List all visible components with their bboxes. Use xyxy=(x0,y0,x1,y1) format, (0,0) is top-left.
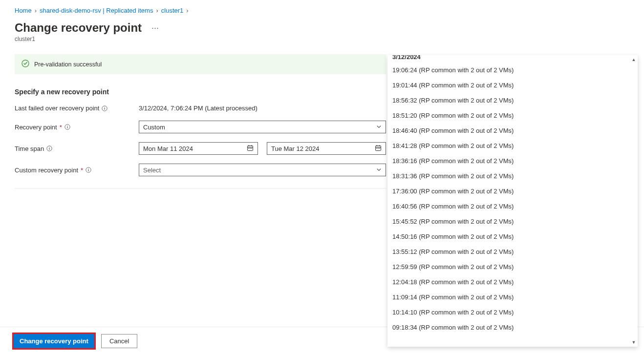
page-subtitle: cluster1 xyxy=(15,36,644,42)
recovery-point-item[interactable]: 13:55:12 (RP common with 2 out of 2 VMs) xyxy=(387,244,638,259)
breadcrumb-rsv[interactable]: shared-disk-demo-rsv | Replicated items xyxy=(40,7,153,14)
validation-banner: Pre-validation successful xyxy=(15,54,386,74)
recovery-point-item[interactable]: 11:09:14 (RP common with 2 out of 2 VMs) xyxy=(387,290,638,305)
custom-rp-dropdown[interactable]: Select xyxy=(139,164,386,176)
svg-point-8 xyxy=(49,147,50,147)
info-icon[interactable] xyxy=(46,146,52,151)
info-icon[interactable] xyxy=(86,167,91,173)
date-end-input[interactable]: Tue Mar 12 2024 xyxy=(267,142,386,155)
time-span-label: Time span xyxy=(15,145,44,152)
page-title: Change recovery point xyxy=(15,21,142,35)
date-end-value: Tue Mar 12 2024 xyxy=(271,145,320,152)
info-icon[interactable] xyxy=(102,105,107,111)
svg-point-25 xyxy=(88,168,88,169)
recovery-point-item[interactable]: 18:56:32 (RP common with 2 out of 2 VMs) xyxy=(387,93,638,108)
recovery-point-list[interactable]: 3/12/2024 19:06:24 (RP common with 2 out… xyxy=(387,55,638,347)
svg-rect-15 xyxy=(250,148,251,149)
recovery-point-item[interactable]: 16:40:56 (RP common with 2 out of 2 VMs) xyxy=(387,199,638,214)
breadcrumb-home[interactable]: Home xyxy=(15,7,32,14)
svg-rect-22 xyxy=(378,148,379,149)
recovery-point-item[interactable]: 12:04:18 (RP common with 2 out of 2 VMs) xyxy=(387,274,638,290)
svg-rect-6 xyxy=(67,126,67,128)
required-asterisk: * xyxy=(81,167,83,174)
recovery-point-label: Recovery point xyxy=(15,124,57,131)
recovery-point-item[interactable]: 19:01:44 (RP common with 2 out of 2 VMs) xyxy=(387,78,638,93)
date-start-input[interactable]: Mon Mar 11 2024 xyxy=(139,142,258,155)
svg-rect-9 xyxy=(49,148,50,150)
chevron-right-icon: › xyxy=(156,7,158,14)
last-failed-label: Last failed over recovery point xyxy=(15,104,99,112)
svg-point-5 xyxy=(67,125,67,126)
scroll-up-icon[interactable]: ▲ xyxy=(630,56,637,63)
recovery-point-item[interactable]: 18:51:20 (RP common with 2 out of 2 VMs) xyxy=(387,108,638,123)
calendar-icon xyxy=(247,145,254,153)
recovery-point-item[interactable]: 12:59:59 (RP common with 2 out of 2 VMs) xyxy=(387,259,638,274)
calendar-icon xyxy=(375,145,382,153)
required-asterisk: * xyxy=(60,124,62,131)
svg-rect-16 xyxy=(251,148,252,149)
success-icon xyxy=(21,60,29,69)
group-date-header: 3/12/2024 xyxy=(387,55,638,63)
breadcrumb-cluster[interactable]: cluster1 xyxy=(161,7,184,14)
recovery-point-item[interactable]: 18:41:28 (RP common with 2 out of 2 VMs) xyxy=(387,138,638,153)
scroll-down-icon[interactable]: ▼ xyxy=(630,339,637,346)
breadcrumb: Home › shared-disk-demo-rsv | Replicated… xyxy=(0,0,644,21)
more-actions-button[interactable]: ⋯ xyxy=(150,21,161,34)
recovery-point-item[interactable]: 09:18:34 (RP common with 2 out of 2 VMs) xyxy=(387,320,638,335)
recovery-point-item[interactable]: 18:31:36 (RP common with 2 out of 2 VMs) xyxy=(387,168,638,184)
recovery-point-item[interactable]: 14:50:16 (RP common with 2 out of 2 VMs) xyxy=(387,229,638,244)
chevron-right-icon: › xyxy=(186,7,188,14)
svg-point-2 xyxy=(105,106,105,107)
chevron-down-icon xyxy=(376,167,382,174)
change-recovery-point-button[interactable]: Change recovery point xyxy=(14,334,94,348)
chevron-down-icon xyxy=(376,124,382,131)
chevron-right-icon: › xyxy=(35,7,37,14)
banner-text: Pre-validation successful xyxy=(34,61,102,68)
recovery-point-dropdown[interactable]: Custom xyxy=(139,121,386,133)
info-icon[interactable] xyxy=(64,124,70,130)
recovery-point-item[interactable]: 18:46:40 (RP common with 2 out of 2 VMs) xyxy=(387,123,638,138)
recovery-point-item[interactable]: 17:36:00 (RP common with 2 out of 2 VMs) xyxy=(387,184,638,199)
custom-rp-placeholder: Select xyxy=(143,167,161,174)
svg-rect-26 xyxy=(88,169,89,171)
divider xyxy=(15,188,386,188)
recovery-point-item[interactable]: 10:14:10 (RP common with 2 out of 2 VMs) xyxy=(387,305,638,320)
recovery-point-list-panel: 3/12/2024 19:06:24 (RP common with 2 out… xyxy=(387,55,638,347)
page-header: Change recovery point ⋯ cluster1 xyxy=(0,21,644,45)
recovery-point-item[interactable]: 18:36:16 (RP common with 2 out of 2 VMs) xyxy=(387,153,638,168)
svg-rect-3 xyxy=(105,108,105,110)
cancel-button[interactable]: Cancel xyxy=(101,334,137,348)
last-failed-value: 3/12/2024, 7:06:24 PM (Latest processed) xyxy=(139,104,258,112)
recovery-point-value: Custom xyxy=(143,124,165,131)
svg-rect-21 xyxy=(376,148,377,149)
svg-rect-23 xyxy=(379,148,380,149)
date-start-value: Mon Mar 11 2024 xyxy=(143,145,193,152)
svg-rect-14 xyxy=(248,148,249,149)
custom-rp-label: Custom recovery point xyxy=(15,167,78,174)
recovery-point-item[interactable]: 15:45:52 (RP common with 2 out of 2 VMs) xyxy=(387,214,638,229)
recovery-point-item[interactable]: 19:06:24 (RP common with 2 out of 2 VMs) xyxy=(387,63,638,78)
